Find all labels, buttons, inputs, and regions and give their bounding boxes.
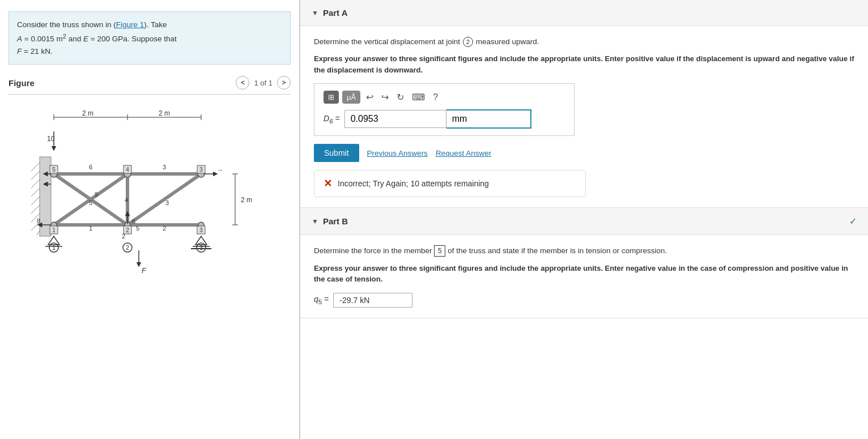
svg-text:1: 1 <box>89 225 92 232</box>
incorrect-icon: ✕ <box>324 177 332 190</box>
figure-next-button[interactable]: > <box>277 76 291 89</box>
svg-line-22 <box>37 231 40 235</box>
part-b-header[interactable]: ▼ Part B ✓ <box>300 208 868 235</box>
mu-button[interactable]: μÅ <box>342 91 360 104</box>
svg-text:2: 2 <box>126 227 129 233</box>
member-num-box: 5 <box>434 245 445 257</box>
part-a-header[interactable]: ▼ Part A <box>300 0 868 26</box>
svg-line-32 <box>127 174 201 225</box>
refresh-button[interactable]: ↻ <box>394 91 406 104</box>
figure-link[interactable]: Figure 1 <box>116 20 144 29</box>
problem-text-after-link: ). Take <box>144 20 167 29</box>
part-b-question-after-box: of the truss and state if the member is … <box>448 246 667 255</box>
svg-line-16 <box>31 180 40 188</box>
truss-diagram: 2 m 2 m 10 2 m <box>8 94 291 287</box>
keyboard-button[interactable]: ⌨ <box>410 91 427 104</box>
previous-answers-button[interactable]: Previous Answers <box>367 149 428 157</box>
feedback-text: Incorrect; Try Again; 10 attempts remain… <box>338 179 489 188</box>
figure-label: Figure <box>8 78 35 88</box>
svg-text:3: 3 <box>199 167 203 173</box>
part-b-section: ▼ Part B ✓ Determine the force in the me… <box>300 208 868 318</box>
part-a-content: Determine the vertical displacement at j… <box>300 26 868 207</box>
grid-button[interactable]: ⊞ <box>324 91 339 104</box>
svg-text:→: → <box>217 167 223 173</box>
svg-text:1: 1 <box>52 244 56 251</box>
svg-line-18 <box>31 197 40 205</box>
svg-text:2 m: 2 m <box>159 109 170 117</box>
figure-label-row: Figure < 1 of 1 > <box>8 76 291 89</box>
feedback-box: ✕ Incorrect; Try Again; 10 attempts rema… <box>314 170 586 197</box>
redo-icon: ↪ <box>381 92 389 102</box>
svg-text:5: 5 <box>52 167 56 173</box>
grid-icon: ⊞ <box>328 93 334 101</box>
mu-label: μÅ <box>347 93 356 101</box>
svg-text:6: 6 <box>132 218 135 225</box>
help-button[interactable]: ? <box>431 91 440 104</box>
truss-svg: 2 m 2 m 10 2 m <box>8 100 291 287</box>
svg-line-15 <box>31 171 40 180</box>
svg-rect-13 <box>40 157 51 236</box>
svg-text:4: 4 <box>126 167 129 173</box>
svg-line-14 <box>31 163 40 171</box>
redo-button[interactable]: ↪ <box>379 91 391 104</box>
right-panel: ▼ Part A Determine the vertical displace… <box>300 0 868 439</box>
svg-text:5: 5 <box>136 225 139 232</box>
svg-line-17 <box>31 188 40 197</box>
svg-text:2 m: 2 m <box>241 196 252 204</box>
help-icon: ? <box>433 92 438 102</box>
problem-line3: F = 21 kN. <box>17 47 53 56</box>
svg-text:3: 3 <box>165 199 169 206</box>
svg-text:2: 2 <box>126 244 129 251</box>
svg-text:F: F <box>142 266 147 275</box>
svg-text:1: 1 <box>52 227 56 233</box>
figure-page-indicator: 1 of 1 <box>254 79 273 87</box>
undo-icon: ↩ <box>366 92 373 102</box>
joint-number-circle: 2 <box>463 37 473 47</box>
svg-text:3: 3 <box>199 244 203 251</box>
answer-toolbar: ⊞ μÅ ↩ ↪ ↻ ⌨ <box>324 91 565 104</box>
part-a-title: Part A <box>323 8 348 18</box>
part-b-question-before-box: Determine the force in the member <box>314 246 432 255</box>
part-b-answer-row: q5 = -29.7 kN <box>314 293 854 308</box>
svg-line-19 <box>31 205 40 214</box>
svg-text:2: 2 <box>163 225 166 232</box>
part-a-instruction: Express your answer to three significant… <box>314 53 854 75</box>
part-b-answer-label: q5 = <box>314 295 329 305</box>
action-row: Submit Previous Answers Request Answer <box>314 144 854 162</box>
svg-text:6: 6 <box>89 164 92 171</box>
part-a-question-end: measured upward. <box>476 37 539 46</box>
part-b-chevron: ▼ <box>312 218 318 225</box>
answer-label: D6 = <box>324 114 340 125</box>
part-b-question: Determine the force in the member 5 of t… <box>314 245 854 257</box>
left-panel: Consider the truss shown in (Figure 1). … <box>0 0 300 439</box>
part-b-answer: q5 = -29.7 kN <box>314 293 854 308</box>
request-answer-button[interactable]: Request Answer <box>436 149 491 157</box>
svg-text:9: 9 <box>95 191 98 198</box>
svg-text:3: 3 <box>163 164 166 171</box>
problem-line2: A = 0.0015 m2 and E = 200 GPa. Suppose t… <box>17 35 177 43</box>
svg-text:3: 3 <box>199 227 203 233</box>
answer-value-input[interactable] <box>344 110 446 128</box>
svg-text:4: 4 <box>125 197 128 203</box>
part-a-question: Determine the vertical displacement at j… <box>314 36 854 48</box>
undo-button[interactable]: ↩ <box>364 91 376 104</box>
keyboard-icon: ⌨ <box>412 92 425 102</box>
problem-text-before-link: Consider the truss shown in ( <box>17 20 116 29</box>
svg-text:8: 8 <box>37 218 40 224</box>
part-b-content: Determine the force in the member 5 of t… <box>300 235 868 317</box>
submit-button[interactable]: Submit <box>314 144 359 162</box>
svg-text:2 m: 2 m <box>82 109 93 117</box>
part-b-instruction: Express your answer to three significant… <box>314 263 854 285</box>
part-b-answer-value: -29.7 kN <box>333 293 412 308</box>
figure-nav: < 1 of 1 > <box>236 76 291 89</box>
figure-prev-button[interactable]: < <box>236 76 249 89</box>
part-a-answer-box: ⊞ μÅ ↩ ↪ ↻ ⌨ <box>314 83 575 136</box>
svg-text:10: 10 <box>47 135 55 143</box>
part-b-checkmark: ✓ <box>849 216 857 227</box>
problem-statement: Consider the truss shown in (Figure 1). … <box>8 11 291 65</box>
unit-input[interactable] <box>446 109 531 129</box>
part-a-chevron: ▼ <box>312 9 318 17</box>
svg-text:5: 5 <box>89 199 92 206</box>
truss-figure-svg: 2 m 2 m 10 2 m <box>8 100 269 282</box>
part-a-section: ▼ Part A Determine the vertical displace… <box>300 0 868 208</box>
